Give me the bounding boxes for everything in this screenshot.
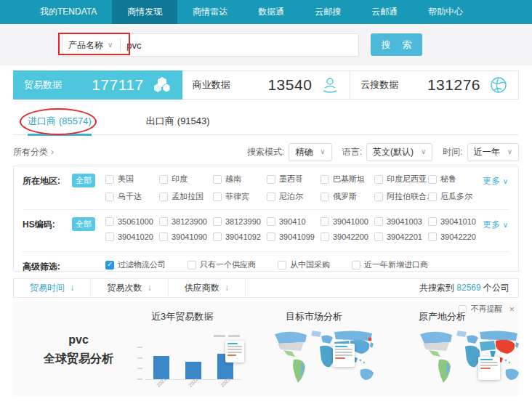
checkbox-box[interactable] <box>278 261 286 270</box>
checkbox-box[interactable] <box>105 193 114 201</box>
region-checkbox[interactable]: 墨西哥 <box>267 174 321 185</box>
checkbox-box[interactable] <box>267 232 275 241</box>
region-checkbox[interactable]: 印度尼西亚 <box>374 174 428 185</box>
checkbox-box[interactable] <box>159 193 168 201</box>
close-icon[interactable]: × <box>509 304 515 315</box>
advanced-checkbox[interactable]: 从中国采购 <box>278 259 330 270</box>
checkbox-box[interactable] <box>321 217 329 226</box>
checkbox-box[interactable] <box>428 217 437 226</box>
origin-map[interactable] <box>414 328 523 387</box>
hs-checkbox[interactable]: 39041000 <box>321 217 374 226</box>
advanced-checkbox[interactable]: 只有一个供应商 <box>188 259 256 270</box>
checkbox-box[interactable] <box>105 261 114 270</box>
trade-bar-chart[interactable]: 202120222023 <box>129 329 246 392</box>
tab-exporters[interactable]: 出口商(91543) <box>146 109 210 135</box>
checkbox-box[interactable] <box>374 232 383 241</box>
nav-item[interactable]: 云邮通 <box>356 0 413 24</box>
nav-item[interactable]: 云邮搜 <box>299 0 356 24</box>
region-checkbox[interactable]: 美国 <box>105 174 159 185</box>
hs-checkbox[interactable]: 39041099 <box>267 232 321 241</box>
checkbox-box[interactable] <box>428 193 437 201</box>
hs-checkbox[interactable]: 39041010 <box>428 217 482 226</box>
hs-checkbox[interactable]: 39041020 <box>105 232 159 241</box>
hs-checkbox[interactable]: 38123990 <box>213 217 267 226</box>
checkbox-box[interactable] <box>159 217 168 226</box>
arrow-down-icon: ↓ <box>148 283 152 293</box>
nav-item[interactable]: 数据通 <box>243 0 299 24</box>
checkbox-box[interactable] <box>159 232 168 241</box>
region-checkbox[interactable]: 印度 <box>159 174 213 185</box>
region-checkbox[interactable]: 菲律宾 <box>213 191 267 202</box>
checkbox-box[interactable] <box>105 175 114 184</box>
checkbox-box[interactable] <box>213 193 222 201</box>
tab-count: (85574) <box>59 116 92 126</box>
checkbox-box[interactable] <box>105 232 114 241</box>
stat-business-data[interactable]: 商业数据 13540 <box>182 70 351 100</box>
option-select[interactable]: 近一年 ∨ <box>467 143 519 161</box>
checkbox-box[interactable] <box>321 193 329 201</box>
region-checkbox[interactable]: 越南 <box>213 174 267 185</box>
hs-checkbox[interactable]: 39041090 <box>159 232 213 241</box>
nav-item[interactable]: 商情发现 <box>112 0 177 24</box>
checkbox-box[interactable] <box>213 232 222 241</box>
hs-checkbox[interactable]: 390410 <box>267 217 321 226</box>
hs-checkbox[interactable]: 39042200 <box>321 232 374 241</box>
search-field-selector[interactable]: 产品名称 ∨ <box>63 39 120 52</box>
region-checkbox[interactable]: 尼泊尔 <box>267 191 321 202</box>
nav-item[interactable]: 我的TENDATA <box>25 0 112 24</box>
hs-all-button[interactable]: 全部 <box>72 217 95 231</box>
region-checkbox[interactable]: 孟加拉国 <box>159 191 213 202</box>
checkbox-box[interactable] <box>105 217 114 226</box>
stat-cloud-search-data[interactable]: 云搜数据 131276 <box>350 70 519 100</box>
advanced-checkbox[interactable]: 近一年新增进口商 <box>352 259 428 270</box>
region-checkbox[interactable]: 俄罗斯 <box>321 191 374 202</box>
checkbox-box[interactable] <box>352 261 360 270</box>
stat-trade-data[interactable]: 贸易数据 177117 <box>13 70 182 100</box>
search-button[interactable]: 搜 索 <box>371 33 422 56</box>
hs-checkbox[interactable]: 35061000 <box>105 217 159 226</box>
option-select[interactable]: 精确 ∨ <box>289 143 331 161</box>
region-checkbox[interactable]: 秘鲁 <box>428 174 482 185</box>
checkbox-box[interactable] <box>159 175 168 184</box>
checkbox-box[interactable] <box>321 232 329 241</box>
checkbox-box[interactable] <box>321 175 329 184</box>
sort-item[interactable]: 贸易时间 ↓ <box>14 279 91 297</box>
region-checkbox[interactable]: 阿拉伯联合... <box>374 191 428 202</box>
checkbox-box[interactable] <box>428 232 437 241</box>
sort-item[interactable]: 贸易次数 ↓ <box>91 279 168 297</box>
search-input[interactable] <box>121 40 358 51</box>
nav-item[interactable]: 商情雷达 <box>177 0 243 24</box>
hs-checkbox[interactable]: 39041092 <box>213 232 267 241</box>
region-checkbox[interactable]: 巴基斯坦 <box>321 174 374 185</box>
region-more-link[interactable]: 更多 ∨ <box>483 175 508 187</box>
hs-checkbox[interactable]: 39042220 <box>428 232 482 241</box>
bar-chart-xlabels: 202120222023 <box>145 381 241 392</box>
checkbox-box[interactable] <box>213 217 222 226</box>
molecule-icon <box>153 76 172 94</box>
checkbox-box[interactable] <box>267 217 275 226</box>
checkbox-box[interactable] <box>267 193 275 201</box>
hs-checkbox[interactable]: 39041003 <box>374 217 428 226</box>
advanced-checkbox[interactable]: 过滤物流公司 <box>105 259 166 270</box>
checkbox-box[interactable] <box>267 175 275 184</box>
checkbox-box[interactable] <box>213 175 222 184</box>
checkbox-box[interactable] <box>188 261 196 270</box>
hs-more-link[interactable]: 更多 ∨ <box>483 219 508 231</box>
checkbox-box[interactable] <box>374 193 383 201</box>
checkbox-box[interactable] <box>374 175 383 184</box>
nav-item[interactable]: 帮助中心 <box>413 0 478 24</box>
nav-item-label: 我的TENDATA <box>40 7 97 17</box>
tab-importers[interactable]: 进口商(85574) <box>28 109 92 135</box>
nav-item-label: 数据通 <box>258 7 284 17</box>
region-checkbox[interactable]: 厄瓜多尔 <box>428 191 482 202</box>
target-market-map[interactable] <box>269 328 378 387</box>
checkbox-box[interactable] <box>428 175 437 184</box>
hs-checkbox[interactable]: 38123900 <box>159 217 213 226</box>
all-categories-link[interactable]: 所有分类 <box>13 146 48 158</box>
sort-item[interactable]: 供应商数 ↓ <box>169 279 246 297</box>
checkbox-box[interactable] <box>374 217 383 226</box>
option-select[interactable]: 英文(默认) ∨ <box>366 143 432 161</box>
region-all-button[interactable]: 全部 <box>72 174 95 187</box>
region-checkbox[interactable]: 乌干达 <box>105 191 159 202</box>
hs-checkbox[interactable]: 39042201 <box>374 232 428 241</box>
